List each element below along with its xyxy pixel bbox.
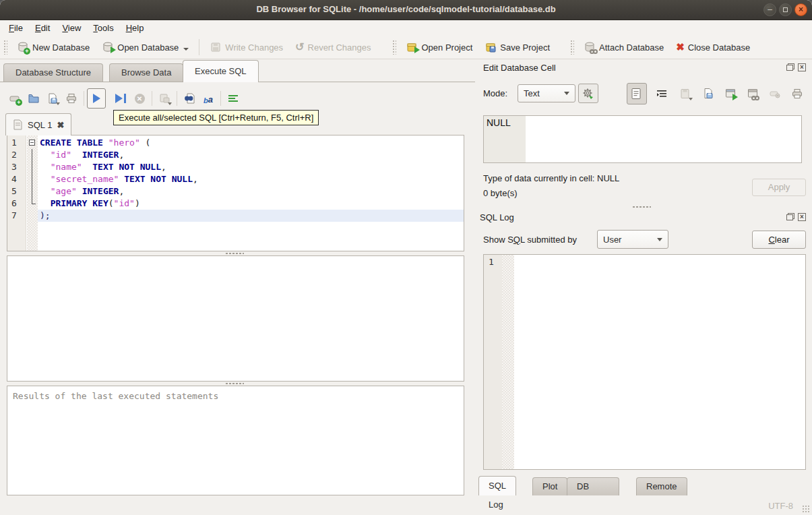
save-project-label: Save Project xyxy=(500,42,550,53)
document-icon xyxy=(631,88,643,100)
cell-value-editor[interactable]: NULL xyxy=(483,115,802,163)
word-wrap-button[interactable] xyxy=(652,83,672,104)
menu-view[interactable]: View xyxy=(56,22,87,34)
sql-editor[interactable]: 1 2 3 4 5 6 7 CREATE TABLE "hero" ( "id"… xyxy=(7,135,464,251)
line-number: 5 xyxy=(11,185,26,198)
tab-db-schema[interactable]: DB Schema xyxy=(567,477,619,495)
splitter-handle[interactable] xyxy=(225,252,244,255)
code-line: CREATE TABLE "hero" ( xyxy=(38,137,464,149)
fold-collapse-icon[interactable] xyxy=(29,140,35,146)
plus-badge-icon: + xyxy=(24,48,30,55)
code-line: "secret_name" TEXT NOT NULL, xyxy=(38,173,464,185)
sql-log-view[interactable]: 1 xyxy=(483,254,806,470)
maximize-icon xyxy=(783,7,788,12)
window-title: DB Browser for SQLite - /home/user/code/… xyxy=(0,4,812,14)
write-changes-button: Write Changes xyxy=(204,38,289,57)
tab-browse-data[interactable]: Browse Data xyxy=(109,63,183,82)
log-filter-select[interactable]: User xyxy=(597,230,668,249)
menu-tools[interactable]: Tools xyxy=(87,22,119,34)
execute-line-bar-icon xyxy=(124,94,126,103)
menu-edit[interactable]: Edit xyxy=(29,22,56,34)
green-arrow-icon xyxy=(732,94,738,100)
maximize-button[interactable] xyxy=(779,3,792,16)
autocomplete-button[interactable]: ba xyxy=(199,88,218,109)
open-sql-file-button[interactable] xyxy=(24,88,43,109)
save-results-button xyxy=(155,88,174,109)
menu-help[interactable]: Help xyxy=(120,22,150,34)
toolbar-handle[interactable] xyxy=(570,40,574,55)
execute-line-button[interactable] xyxy=(111,88,130,109)
titlebar[interactable]: DB Browser for SQLite - /home/user/code/… xyxy=(0,0,812,20)
new-tab-icon: + xyxy=(9,92,21,104)
dropdown-caret-icon xyxy=(168,102,172,105)
open-external-button[interactable] xyxy=(720,83,741,104)
sql-tab-label: SQL 1 xyxy=(28,120,52,130)
new-database-icon: + xyxy=(17,41,29,53)
tab-plot[interactable]: Plot xyxy=(532,477,567,495)
mode-select[interactable]: Text xyxy=(518,84,575,102)
menu-file[interactable]: File xyxy=(3,22,29,34)
code-line: PRIMARY KEY("id") xyxy=(38,198,464,210)
float-dock-icon[interactable] xyxy=(786,63,794,71)
toolbar-handle[interactable] xyxy=(392,40,396,55)
mode-select-value: Text xyxy=(524,88,540,98)
splitter-handle[interactable] xyxy=(225,382,244,385)
results-message-pane[interactable]: Results of the last executed statements xyxy=(7,386,464,495)
save-project-button[interactable]: Save Project xyxy=(478,38,556,57)
new-sql-tab-button[interactable]: + xyxy=(5,88,24,109)
tab-remote[interactable]: Remote xyxy=(636,477,687,495)
fold-margin[interactable] xyxy=(27,135,38,251)
close-database-button[interactable]: ✖ Close Database xyxy=(670,38,756,57)
print-sql-button[interactable] xyxy=(62,88,81,109)
text-mode-button[interactable] xyxy=(627,83,647,104)
toolbar-separator xyxy=(220,91,221,106)
results-placeholder: Results of the last executed statements xyxy=(7,386,464,406)
clear-log-button[interactable]: Clear xyxy=(752,231,806,249)
tab-execute-sql[interactable]: Execute SQL xyxy=(183,60,259,82)
line-number-gutter: 1 2 3 4 5 6 7 xyxy=(7,135,26,251)
sql-editor-tab[interactable]: SQL 1 ✖ xyxy=(5,113,71,135)
save-results-icon xyxy=(158,92,170,104)
export-data-button[interactable] xyxy=(698,83,718,104)
close-dock-icon[interactable]: × xyxy=(798,213,806,221)
copy-link-button[interactable] xyxy=(743,83,763,104)
log-fold-margin xyxy=(502,255,514,469)
close-tab-icon[interactable]: ✖ xyxy=(57,120,64,130)
close-button[interactable]: × xyxy=(794,3,807,16)
toolbar-separator xyxy=(152,91,152,106)
results-grid-pane[interactable] xyxy=(7,255,464,382)
format-sql-button[interactable] xyxy=(224,88,243,109)
open-project-button[interactable]: Open Project xyxy=(400,38,478,57)
open-database-button[interactable]: Open Database xyxy=(96,38,195,57)
set-null-button xyxy=(765,83,785,104)
import-data-button xyxy=(675,83,695,104)
attach-database-label: Attach Database xyxy=(599,42,664,53)
printer-icon xyxy=(65,92,77,104)
code-area[interactable]: CREATE TABLE "hero" ( "id" INTEGER, "nam… xyxy=(38,135,464,251)
minimize-button[interactable]: – xyxy=(763,3,776,16)
resize-grip[interactable] xyxy=(802,505,810,513)
tab-database-structure[interactable]: Database Structure xyxy=(3,63,103,82)
float-dock-icon[interactable] xyxy=(786,213,794,220)
dropdown-caret-icon xyxy=(689,98,693,100)
print-cell-button[interactable] xyxy=(787,83,807,104)
close-dock-icon[interactable]: × xyxy=(798,63,806,71)
attach-database-button[interactable]: Attach Database xyxy=(577,38,670,57)
chain-icon xyxy=(751,96,759,101)
main-toolbar: + New Database Open Database Write Chang… xyxy=(0,36,812,59)
code-line-current: ); xyxy=(38,210,464,222)
execute-all-button[interactable] xyxy=(87,88,106,109)
save-file-icon xyxy=(46,92,59,104)
revert-changes-icon: ↺ xyxy=(295,41,304,53)
cell-value: NULL xyxy=(487,117,511,128)
toolbar-handle[interactable] xyxy=(3,40,7,55)
save-sql-file-button[interactable] xyxy=(43,88,62,109)
encoding-indicator: UTF-8 xyxy=(768,501,793,511)
tab-sql-log[interactable]: SQL Log xyxy=(478,476,516,495)
auto-switch-mode-button[interactable] xyxy=(578,84,598,103)
find-replace-button[interactable] xyxy=(180,88,199,109)
dock-splitter-handle[interactable] xyxy=(632,206,651,208)
revert-changes-label: Revert Changes xyxy=(308,42,371,53)
open-database-dropdown[interactable] xyxy=(183,48,189,51)
new-database-button[interactable]: + New Database xyxy=(11,38,96,57)
